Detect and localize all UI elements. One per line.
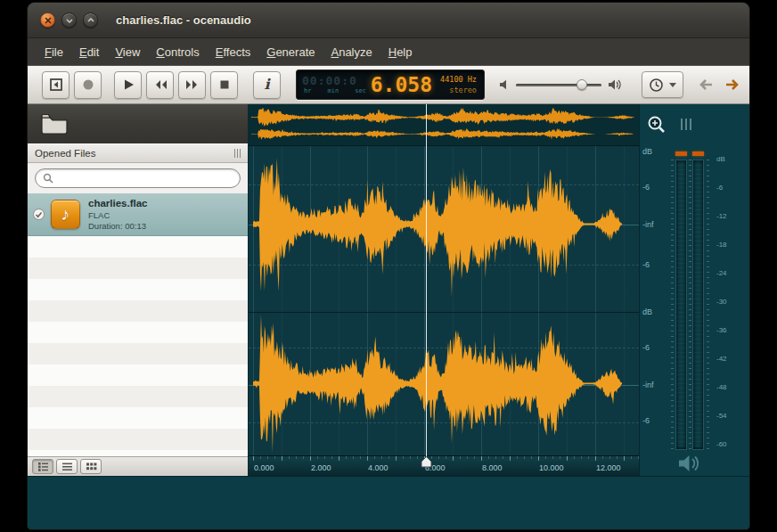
rewind-button[interactable] [146, 71, 174, 99]
stop-button[interactable] [210, 71, 238, 99]
wave-scale-label: -6 [642, 416, 650, 425]
check-icon [35, 211, 43, 218]
folder-icon[interactable] [40, 113, 69, 135]
menu-analyze[interactable]: Analyze [323, 41, 380, 63]
waveform-view[interactable] [249, 146, 639, 455]
forward-arrow-icon [724, 78, 740, 91]
view-details-button[interactable] [32, 459, 53, 474]
wave-scale-label: -inf [642, 220, 654, 229]
ruler-label: 8.000 [482, 463, 503, 472]
file-name: charlies.flac [88, 197, 147, 210]
close-icon [45, 17, 52, 24]
file-list[interactable]: ♪ charlies.flac FLAC Duration: 00:13 [28, 193, 248, 456]
fast-forward-icon [184, 78, 200, 92]
record-button[interactable] [74, 71, 102, 99]
menu-edit[interactable]: Edit [71, 41, 107, 63]
meter-scale-label: -48 [716, 383, 727, 391]
panel-grip-icon[interactable] [234, 149, 241, 158]
meter-scale-label: -12 [716, 212, 727, 220]
volume-control [499, 78, 622, 91]
stop-icon [217, 78, 232, 92]
window-maximize-button[interactable] [83, 12, 98, 28]
time-display-left: 00:00:0 hr min sec [302, 72, 368, 97]
opened-files-header[interactable]: Opened Files [28, 143, 248, 163]
menu-effects[interactable]: Effects [208, 41, 259, 63]
ruler-label: 10.000 [539, 463, 564, 472]
meter-scale-label: -54 [716, 412, 727, 420]
view-grid-button[interactable] [80, 459, 102, 474]
playhead-marker[interactable] [421, 456, 432, 468]
list-view-icon [61, 462, 73, 471]
sidebar-header [28, 104, 248, 143]
time-format-button[interactable] [642, 71, 683, 98]
app-window: charlies.flac - ocenaudio FileEditViewCo… [27, 2, 750, 530]
file-status-badge [33, 209, 45, 220]
sidebar: Opened Files ♪ [28, 104, 249, 476]
search-box[interactable] [35, 168, 241, 188]
meter-grip-icon[interactable] [681, 119, 691, 130]
wave-scale-label: -6 [642, 260, 650, 269]
file-duration: Duration: 00:13 [88, 221, 147, 232]
forward-button[interactable] [721, 73, 744, 96]
zoom-in-icon [646, 114, 667, 135]
ruler-label: 12.000 [596, 463, 621, 472]
time-value: 6.058 [368, 72, 432, 97]
grid-view-icon [86, 462, 97, 471]
time-ruler[interactable]: 0.000 2.000 4.000 6.000 8.000 10.000 12.… [249, 455, 639, 476]
playback-cursor[interactable] [426, 104, 427, 457]
view-list-button[interactable] [56, 459, 78, 474]
wave-scale-label: dB [642, 307, 652, 316]
music-note-icon: ♪ [61, 205, 70, 225]
meter-scale-label: -42 [716, 355, 727, 363]
clock-icon [649, 78, 664, 93]
unit-sec: sec [355, 87, 366, 94]
level-meter-left [675, 160, 687, 450]
dropdown-arrow-icon [669, 83, 676, 87]
back-button[interactable] [694, 73, 717, 96]
wave-scale-label: -inf [642, 381, 654, 389]
skip-to-start-button[interactable] [42, 71, 70, 99]
clip-indicator-left [675, 151, 687, 156]
meter-scale-label: -6 [716, 184, 723, 192]
volume-low-icon [499, 79, 510, 90]
file-meta: charlies.flac FLAC Duration: 00:13 [88, 197, 147, 232]
zoom-button[interactable] [646, 114, 667, 139]
menu-help[interactable]: Help [380, 41, 421, 63]
meter-ticks [671, 160, 674, 450]
meter-ticks [707, 160, 709, 450]
overview-svg [249, 104, 639, 145]
window-close-button[interactable] [40, 12, 55, 28]
time-display-right: 44100 Hz stereo [432, 72, 478, 97]
time-display: 00:00:0 hr min sec 6.058 44100 Hz stereo [296, 70, 485, 100]
monitor-toggle[interactable] [677, 454, 702, 477]
ruler-label: 4.000 [368, 463, 388, 472]
file-item-selected[interactable]: ♪ charlies.flac FLAC Duration: 00:13 [28, 193, 248, 236]
meter-scale-label: -36 [716, 326, 727, 334]
meter-scale-label: -18 [716, 241, 727, 249]
play-button[interactable] [114, 71, 142, 99]
unit-min: min [328, 87, 339, 94]
minimize-icon [66, 17, 73, 24]
search-input[interactable] [58, 173, 233, 184]
wave-scale-label: -6 [642, 183, 650, 192]
menu-file[interactable]: File [37, 41, 71, 63]
waveform-overview[interactable] [249, 104, 639, 146]
main-area: Opened Files ♪ [28, 104, 749, 476]
file-format: FLAC [88, 210, 147, 221]
volume-slider[interactable] [516, 84, 601, 86]
info-button[interactable]: i [253, 71, 281, 99]
titlebar[interactable]: charlies.flac - ocenaudio [28, 3, 749, 38]
menu-view[interactable]: View [107, 41, 148, 63]
volume-high-icon [608, 78, 622, 91]
history-nav [694, 73, 744, 96]
ruler-label: 0.000 [254, 463, 274, 472]
level-meter-right [692, 160, 704, 450]
time-units: hr min sec [302, 87, 368, 94]
menu-generate[interactable]: Generate [258, 41, 323, 63]
fast-forward-button[interactable] [178, 71, 206, 99]
audio-file-icon: ♪ [51, 200, 80, 229]
menu-controls[interactable]: Controls [148, 41, 207, 63]
window-minimize-button[interactable] [61, 12, 77, 28]
volume-slider-handle[interactable] [577, 79, 587, 90]
back-arrow-icon [698, 78, 714, 91]
